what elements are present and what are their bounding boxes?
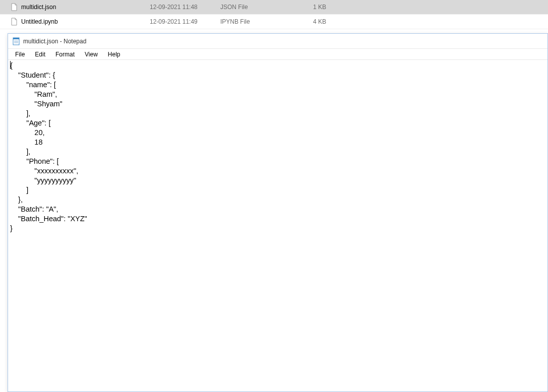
- file-row[interactable]: Untitled.ipynb 12-09-2021 11:49 IPYNB Fi…: [0, 15, 548, 29]
- notepad-menubar: File Edit Format View Help: [8, 49, 547, 60]
- menu-format[interactable]: Format: [50, 50, 80, 59]
- file-type: JSON File: [220, 4, 296, 11]
- file-icon: [10, 3, 18, 11]
- menu-file[interactable]: File: [10, 50, 30, 59]
- file-size: 4 KB: [296, 18, 326, 25]
- text-cursor: [10, 61, 11, 69]
- menu-help[interactable]: Help: [103, 50, 126, 59]
- notepad-text: { "Student": { "name": [ "Ram", "Shyam" …: [10, 61, 87, 232]
- file-type: IPYNB File: [220, 18, 296, 25]
- notepad-icon: [12, 37, 20, 45]
- menu-view[interactable]: View: [80, 50, 103, 59]
- notepad-title: multidict.json - Notepad: [23, 38, 86, 45]
- file-row[interactable]: multidict.json 12-09-2021 11:48 JSON Fil…: [0, 0, 548, 15]
- menu-edit[interactable]: Edit: [30, 50, 50, 59]
- file-icon: [10, 18, 18, 26]
- file-list: multidict.json 12-09-2021 11:48 JSON Fil…: [0, 0, 548, 29]
- file-name: multidict.json: [21, 4, 150, 11]
- file-name: Untitled.ipynb: [21, 18, 150, 25]
- notepad-titlebar[interactable]: multidict.json - Notepad: [8, 34, 547, 49]
- file-date: 12-09-2021 11:48: [150, 4, 220, 11]
- svg-rect-1: [13, 38, 19, 39]
- file-size: 1 KB: [296, 4, 326, 11]
- file-date: 12-09-2021 11:49: [150, 18, 220, 25]
- notepad-window: multidict.json - Notepad File Edit Forma…: [8, 33, 548, 392]
- notepad-content[interactable]: { "Student": { "name": [ "Ram", "Shyam" …: [8, 60, 547, 234]
